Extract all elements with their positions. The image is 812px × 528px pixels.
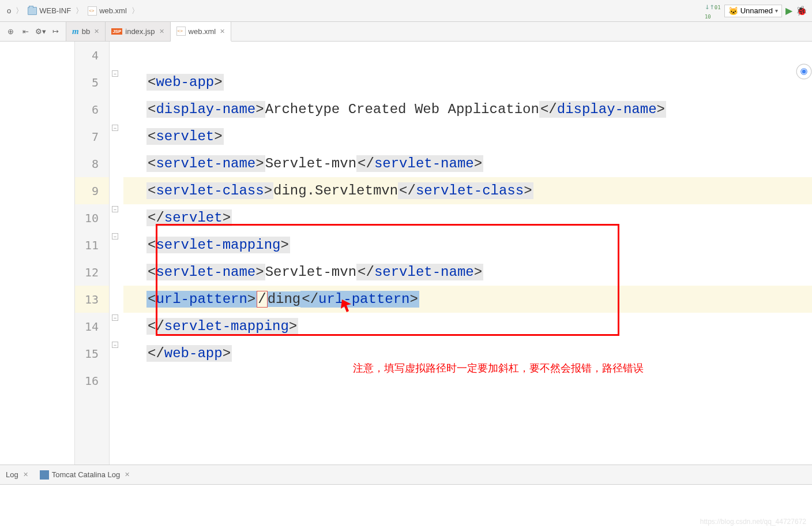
update-icon[interactable]: ↓↑0110	[705, 2, 721, 20]
close-icon[interactable]: ✕	[23, 471, 28, 478]
line-number[interactable]: 13	[75, 286, 109, 313]
code-line: <web-app>	[123, 69, 812, 96]
settings-tool[interactable]: ⚙▾	[33, 25, 47, 39]
tab-label: bb	[82, 27, 90, 36]
chevron-down-icon: ▾	[775, 8, 778, 14]
close-icon[interactable]: ✕	[220, 28, 225, 35]
watermark: https://blog.csdn.net/qq_44727672	[700, 518, 806, 526]
breadcrumb-folder[interactable]: WEB-INF	[25, 5, 73, 16]
line-number[interactable]: 9	[75, 177, 109, 204]
chevron-right-icon: 〉	[76, 6, 83, 16]
fold-toggle[interactable]: −	[112, 342, 118, 348]
line-number[interactable]: 10	[75, 204, 109, 231]
debug-button[interactable]: 🐞	[796, 5, 807, 16]
annotation-text: 注意，填写虚拟路径时一定要加斜杠，要不然会报错，路径错误	[353, 361, 644, 375]
line-number[interactable]: 14	[75, 313, 109, 340]
tab-label: Tomcat Catalina Log	[52, 470, 121, 479]
line-number[interactable]: 11	[75, 231, 109, 259]
jsp-icon: JSP	[111, 28, 122, 35]
editor-area: 4 5 6 7 8 9 10 11 12 13 14 15 16 − − − −…	[0, 42, 812, 465]
xml-file-icon	[88, 6, 97, 16]
code-line: </servlet-mapping>	[123, 313, 812, 340]
breadcrumb-file-label: web.xml	[99, 6, 127, 15]
expand-tool[interactable]: ↦	[48, 25, 62, 39]
code-line: <servlet-name>Servlet-mvn</servlet-name>	[123, 259, 812, 286]
code-line: <servlet-name>Servlet-mvn</servlet-name>	[123, 150, 812, 177]
chevron-right-icon: 〉	[131, 6, 139, 16]
line-number[interactable]: 7	[75, 123, 109, 150]
folder-icon	[28, 7, 37, 15]
xml-file-icon	[176, 27, 186, 36]
project-pane[interactable]	[0, 42, 75, 465]
line-number[interactable]: 6	[75, 96, 109, 123]
code-line: <servlet>	[123, 123, 812, 150]
line-number[interactable]: 4	[75, 42, 109, 69]
line-number[interactable]: 15	[75, 340, 109, 367]
close-icon[interactable]: ✕	[94, 28, 99, 35]
tab-label: web.xml	[189, 27, 216, 36]
tomcat-icon: 🐱	[728, 6, 738, 16]
breadcrumb-folder-label: WEB-INF	[39, 6, 71, 15]
fold-toggle[interactable]: −	[112, 206, 118, 212]
target-tool[interactable]: ⊕	[3, 25, 17, 39]
close-icon[interactable]: ✕	[159, 28, 164, 35]
bottom-tabs: Log ✕ Tomcat Catalina Log ✕	[0, 465, 812, 485]
breadcrumb-file[interactable]: web.xml	[85, 5, 129, 17]
editor-tabs: m bb ✕ JSP index.jsp ✕ web.xml ✕	[66, 22, 231, 41]
fold-toggle[interactable]: −	[112, 70, 118, 77]
tab-label: Log	[6, 470, 18, 479]
line-number[interactable]: 16	[75, 367, 109, 394]
breadcrumb-root[interactable]: o	[5, 5, 13, 16]
chrome-icon[interactable]	[796, 63, 812, 80]
tool-icons: ⊕ ⇤ ⚙▾ ↦	[0, 22, 66, 41]
line-number[interactable]: 12	[75, 259, 109, 286]
toolbar-right: ↓↑0110 🐱 Unnamed ▾ ▶ 🐞	[705, 2, 807, 20]
tab-log[interactable]: Log ✕	[0, 470, 34, 479]
code-line: <servlet-mapping>	[123, 231, 812, 259]
line-number[interactable]: 8	[75, 150, 109, 177]
fold-toggle[interactable]: −	[112, 233, 118, 239]
fold-column: − − − − − −	[110, 42, 123, 465]
svg-point-3	[802, 70, 806, 74]
chevron-right-icon: 〉	[16, 6, 23, 16]
fold-toggle[interactable]: −	[112, 125, 118, 131]
close-icon[interactable]: ✕	[125, 471, 130, 478]
run-button[interactable]: ▶	[785, 5, 792, 16]
line-number-gutter: 4 5 6 7 8 9 10 11 12 13 14 15 16	[75, 42, 110, 465]
tab-tomcat-log[interactable]: Tomcat Catalina Log ✕	[34, 470, 136, 480]
code-line: <display-name>Archetype Created Web Appl…	[123, 96, 812, 123]
breadcrumb: o 〉 WEB-INF 〉 web.xml 〉	[5, 5, 139, 17]
code-editor[interactable]: <web-app> <display-name>Archetype Create…	[123, 42, 812, 465]
tab-index[interactable]: JSP index.jsp ✕	[106, 22, 170, 41]
log-icon	[40, 470, 49, 480]
line-number[interactable]: 5	[75, 69, 109, 96]
bottom-panel: Log ✕ Tomcat Catalina Log ✕ https://blog…	[0, 465, 812, 528]
config-label: Unnamed	[740, 6, 773, 15]
collapse-tool[interactable]: ⇤	[18, 25, 32, 39]
code-line: <servlet-class>ding.Servletmvn</servlet-…	[123, 177, 812, 204]
fold-toggle[interactable]: −	[112, 314, 118, 321]
code-line: </servlet>	[123, 204, 812, 231]
run-config-dropdown[interactable]: 🐱 Unnamed ▾	[724, 5, 782, 17]
tab-web-xml[interactable]: web.xml ✕	[171, 22, 232, 42]
tab-label: index.jsp	[125, 27, 155, 36]
editor-toolbar: ⊕ ⇤ ⚙▾ ↦ m bb ✕ JSP index.jsp ✕ web.xml …	[0, 22, 812, 42]
code-line	[123, 42, 812, 69]
code-line: <url-pattern>/ding</url-pattern>	[123, 286, 812, 313]
tab-bb[interactable]: m bb ✕	[66, 22, 106, 41]
navigation-bar: o 〉 WEB-INF 〉 web.xml 〉 ↓↑0110 🐱 Unnamed…	[0, 0, 812, 22]
maven-icon: m	[72, 27, 79, 36]
